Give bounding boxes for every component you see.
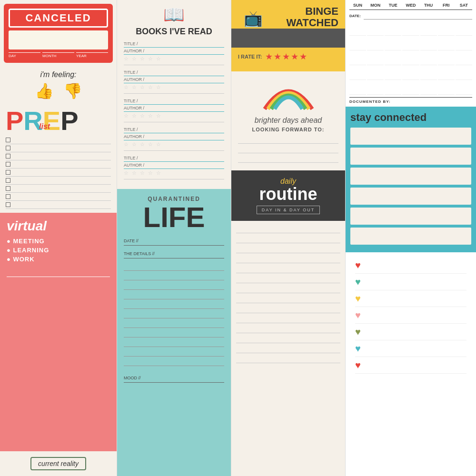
book-stars: ☆ ☆ ☆ ☆ ☆: [124, 84, 224, 90]
canceled-label: CANCELED: [9, 9, 108, 28]
canceled-day: DAY: [9, 52, 40, 58]
book-entry-5: TITLE / AUTHOR / ☆ ☆ ☆ ☆ ☆: [124, 156, 224, 179]
quaran-line: [124, 310, 224, 318]
prep-section: PREP list: [0, 104, 117, 213]
canceled-fields: DAY MONTH YEAR: [9, 52, 108, 58]
prep-checkbox[interactable]: [6, 154, 10, 159]
cal-cell: [402, 51, 419, 65]
quaran-line: [124, 300, 224, 309]
documented-row: DOCUMENTED BY:: [349, 97, 472, 104]
prep-title: PREP list: [6, 108, 111, 134]
quarantined-card: QUARANTINED LIFE DATE // THE DETAILS // …: [117, 189, 231, 476]
column-2: 📖 BOOKS I'VE READ TITLE / AUTHOR / ☆ ☆ ☆…: [117, 0, 231, 476]
routine-line: [236, 344, 340, 353]
books-title: BOOKS I'VE READ: [124, 27, 224, 37]
prep-checkbox[interactable]: [6, 202, 10, 207]
prep-checkbox[interactable]: [6, 162, 10, 167]
binge-title: BINGE WATCHED: [286, 6, 338, 29]
cal-thu: THU: [420, 3, 437, 8]
routine-line: [236, 324, 340, 333]
virtual-item-learning: LEARNING: [7, 246, 110, 255]
prep-checkbox[interactable]: [6, 178, 10, 183]
prep-checkbox[interactable]: [6, 146, 10, 150]
rainbow-subtitle: LOOKING FORWARD TO:: [238, 127, 338, 132]
cal-cell: [385, 36, 401, 50]
rainbow-line: [238, 145, 338, 153]
virtual-title: virtual: [7, 218, 110, 234]
routine-badge: DAY IN & DAY OUT: [257, 206, 320, 214]
prep-checkbox[interactable]: [6, 138, 10, 142]
cal-cell: [349, 51, 366, 65]
cal-date-row: DATE:: [349, 12, 472, 20]
prep-item: [6, 169, 111, 177]
routine-line: [236, 254, 340, 263]
cal-grid-row: [349, 51, 472, 65]
routine-line: [236, 354, 340, 363]
binge-title-line1: BINGE: [286, 6, 338, 17]
book-stars: ☆ ☆ ☆ ☆ ☆: [124, 141, 224, 148]
quaran-date: DATE //: [124, 237, 224, 246]
stay-connected-title: stay connected: [350, 111, 471, 124]
cal-mon: MON: [367, 3, 384, 8]
routine-card: daily routine DAY IN & DAY OUT: [231, 170, 345, 221]
cal-sat: SAT: [456, 3, 472, 8]
cal-grid-row: [349, 21, 472, 36]
book-author-field: AUTHOR /: [124, 163, 224, 169]
routine-line: [236, 304, 340, 313]
routine-line: [236, 334, 340, 343]
page-wrapper: CANCELED DAY MONTH YEAR i'm feeling: 👍 👎…: [0, 0, 476, 476]
book-entry-1: TITLE / AUTHOR / ☆ ☆ ☆ ☆ ☆: [124, 41, 224, 65]
cal-cell: [456, 66, 472, 80]
cal-cell: [385, 21, 401, 36]
binge-rate: I RATE IT: ★★★★★: [238, 48, 338, 66]
cal-date-line: [364, 12, 472, 20]
quaran-line: [124, 348, 224, 357]
quaran-details: THE DETAILS //: [124, 249, 224, 258]
prep-item: [6, 177, 111, 185]
cal-cell: [456, 51, 472, 65]
heart-row-6: ♥: [355, 340, 466, 357]
cal-grid-row: [349, 66, 472, 80]
cal-cell: [367, 21, 384, 36]
binge-title-line2: WATCHED: [286, 17, 338, 29]
book-title-field: TITLE /: [124, 99, 224, 105]
prep-item: [6, 144, 111, 152]
thumbs-up-icon[interactable]: 👍: [35, 82, 54, 100]
book-author-field: AUTHOR /: [124, 134, 224, 140]
binge-stars: ★★★★★: [265, 51, 308, 62]
heart-row-5: ♥: [355, 324, 466, 340]
thumbs-down-icon[interactable]: 👎: [63, 82, 82, 100]
cal-cell: [349, 80, 366, 95]
cal-cell: [367, 80, 384, 95]
routine-line: [236, 244, 340, 253]
routine-line: [236, 294, 340, 303]
book-icon: 📖: [124, 5, 224, 25]
canceled-box: [9, 30, 108, 50]
quaran-line: [124, 338, 224, 347]
cal-cell: [349, 36, 366, 50]
column-4: SUN MON TUE WED THU FRI SAT DATE: my dai…: [345, 0, 476, 476]
heart-row-7: ♥: [355, 357, 466, 374]
cal-cell: [402, 36, 419, 50]
rainbow-svg: [260, 78, 317, 111]
tv-icon: 📺: [244, 10, 263, 28]
book-entry-3: TITLE / AUTHOR / ☆ ☆ ☆ ☆ ☆: [124, 99, 224, 122]
cal-cell: [438, 36, 455, 50]
calendar-card: SUN MON TUE WED THU FRI SAT DATE: my dai…: [346, 0, 476, 107]
quaran-line: [124, 281, 224, 290]
virtual-item-work: WORK: [7, 255, 110, 264]
binge-card: 📺 BINGE WATCHED I RATE IT: ★★★★★: [231, 0, 345, 71]
prep-checkbox[interactable]: [6, 194, 10, 199]
binge-separator: [231, 29, 345, 48]
prep-checkbox[interactable]: [6, 186, 10, 191]
stay-connected-box-4: [350, 188, 471, 205]
cal-cell: [420, 36, 437, 50]
routine-line: [236, 224, 340, 233]
cal-cell: [367, 36, 384, 50]
prep-checkbox[interactable]: [6, 170, 10, 175]
cal-cell: [385, 66, 401, 80]
book-title-field: TITLE /: [124, 127, 224, 133]
heart-row-4: ♥: [355, 307, 466, 324]
stay-connected-card: stay connected: [346, 107, 476, 252]
cal-date-label: DATE:: [349, 14, 364, 18]
